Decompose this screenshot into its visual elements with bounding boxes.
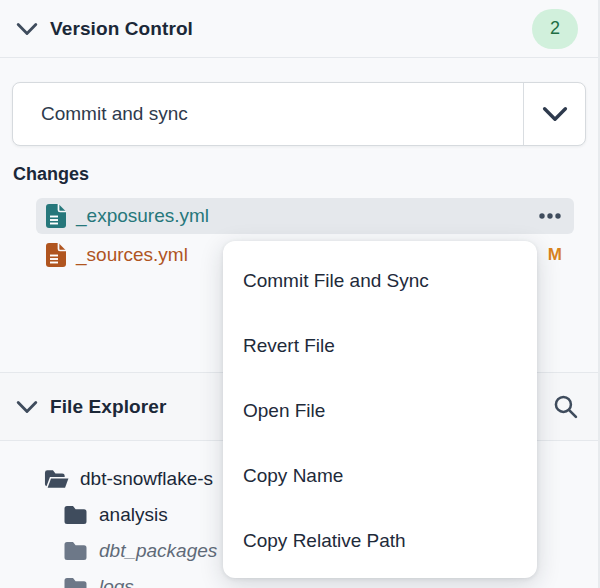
- changed-file-row-exposures[interactable]: _exposures.yml: [36, 198, 574, 234]
- folder-icon: [63, 577, 88, 588]
- tree-item-label: dbt_packages: [99, 540, 217, 562]
- tree-item-label: dbt-snowflake-s: [80, 468, 213, 490]
- file-actions-ellipsis-icon[interactable]: [538, 212, 562, 220]
- menu-item-copy-relative-path[interactable]: Copy Relative Path: [223, 508, 537, 573]
- folder-icon: [63, 541, 88, 561]
- commit-action-caret[interactable]: [523, 83, 585, 145]
- tree-item-label: analysis: [99, 504, 168, 526]
- commit-action-selected-value: Commit and sync: [13, 83, 523, 145]
- file-search-button[interactable]: [550, 392, 580, 422]
- version-control-header[interactable]: Version Control 2: [0, 0, 598, 58]
- modified-status-badge: M: [548, 245, 562, 265]
- version-control-panel: Version Control 2 Commit and sync Change…: [0, 0, 600, 588]
- file-explorer-title: File Explorer: [50, 396, 166, 418]
- chevron-down-icon[interactable]: [16, 396, 38, 418]
- version-control-title: Version Control: [50, 18, 193, 40]
- tree-item-label: logs: [99, 576, 134, 588]
- chevron-down-icon: [542, 101, 568, 127]
- yml-file-icon: [46, 243, 66, 267]
- menu-item-revert-file[interactable]: Revert File: [223, 313, 537, 378]
- yml-file-icon: [46, 204, 66, 228]
- file-context-menu: Commit File and Sync Revert File Open Fi…: [223, 241, 537, 578]
- menu-item-commit-file-and-sync[interactable]: Commit File and Sync: [223, 248, 537, 313]
- folder-open-icon: [44, 469, 69, 489]
- changes-label: Changes: [13, 164, 89, 185]
- changed-file-name: _sources.yml: [76, 244, 188, 266]
- changes-count-badge: 2: [532, 9, 578, 49]
- chevron-down-icon[interactable]: [16, 18, 38, 40]
- search-icon: [553, 394, 578, 419]
- commit-action-dropdown[interactable]: Commit and sync: [12, 82, 586, 146]
- menu-item-open-file[interactable]: Open File: [223, 378, 537, 443]
- folder-icon: [63, 505, 88, 525]
- changed-file-name: _exposures.yml: [76, 205, 209, 227]
- menu-item-copy-name[interactable]: Copy Name: [223, 443, 537, 508]
